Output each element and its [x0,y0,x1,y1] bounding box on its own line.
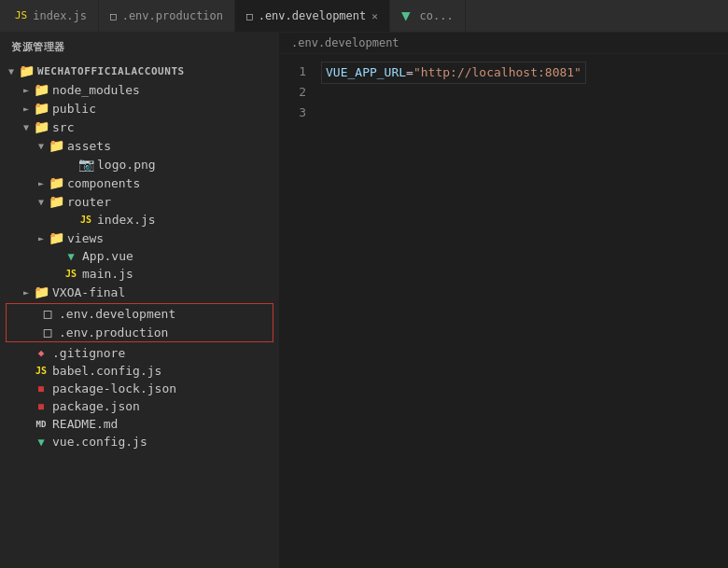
item-label: .env.production [59,326,168,339]
item-label: .env.development [59,307,175,321]
item-label: logo.png [97,158,156,172]
item-label: VXOA-final [52,285,125,299]
item-label: vue.config.js [52,435,147,449]
folder-src-icon: 📁 [34,119,49,134]
sidebar: 资源管理器 ▼ 📁 WECHATOFFICIALACCOUNTS ► 📁 nod… [0,33,280,568]
sidebar-item-pkg-lock[interactable]: ■ package-lock.json [0,380,279,397]
code-value: "http://localhost:8081" [413,65,581,79]
item-label: package-lock.json [52,381,176,395]
folder-views-icon: 📁 [49,230,63,245]
code-line-1: VUE_APP_URL="http://localhost:8081" [321,62,728,84]
gitignore-icon: ◆ [34,347,49,359]
code-area[interactable]: VUE_APP_URL="http://localhost:8081" [317,62,728,568]
tab-vue-co[interactable]: ▼ co... [390,0,466,32]
item-label: public [52,102,96,116]
code-line-3 [321,104,728,125]
editor-content: 1 2 3 VUE_APP_URL="http://localhost:8081… [280,54,728,568]
sidebar-item-vue-config[interactable]: ▼ vue.config.js [0,433,279,450]
sidebar-item-assets[interactable]: ▼ 📁 assets [0,136,279,155]
sidebar-item-router[interactable]: ▼ 📁 router [0,192,279,211]
line-number: 1 [280,62,306,82]
sidebar-item-vxoa[interactable]: ► 📁 VXOA-final [0,283,279,301]
expand-arrow: ▼ [34,197,49,207]
item-label: .gitignore [52,346,125,360]
tab-index-js[interactable]: JS index.js [4,0,99,32]
tab-label: index.js [33,9,87,22]
expand-arrow: ► [34,178,49,188]
babel-icon: JS [34,366,49,376]
expand-arrow: ► [19,287,34,298]
sidebar-item-src[interactable]: ▼ 📁 src [0,118,279,136]
sidebar-item-main-js[interactable]: JS main.js [0,265,279,283]
sidebar-item-node-modules[interactable]: ► 📁 node_modules [0,80,279,99]
folder-icon: 📁 [19,63,34,78]
code-content: VUE_APP_URL="http://localhost:8081" [321,62,586,84]
folder-assets-icon: 📁 [49,138,63,153]
close-tab-button[interactable]: ✕ [371,10,378,22]
tab-label: co... [420,9,454,22]
expand-arrow: ▼ [19,122,34,132]
folder-npm-icon: 📁 [34,82,49,97]
sidebar-item-pkg[interactable]: ■ package.json [0,397,279,415]
env-files-group: □ .env.development □ .env.production [6,303,273,342]
sidebar-item-router-index[interactable]: JS index.js [0,211,279,229]
tab-env-production[interactable]: □ .env.production [99,0,235,32]
sidebar-item-babel[interactable]: JS babel.config.js [0,362,279,380]
sidebar-item-app-vue[interactable]: ▼ App.vue [0,247,279,265]
vue-config-icon: ▼ [34,436,49,449]
item-label: index.js [97,213,156,227]
folder-public-icon: 📁 [34,101,49,116]
sidebar-item-env-production[interactable]: □ .env.production [7,323,273,341]
item-label: router [67,195,111,209]
editor-breadcrumb: .env.development [280,33,728,54]
tab-env-development[interactable]: □ .env.development ✕ [235,0,390,32]
item-label: App.vue [82,249,133,263]
tab-label: .env.production [122,9,223,22]
item-label: main.js [82,267,133,281]
js-file-icon: JS [63,269,78,279]
item-label: components [67,176,140,190]
item-label: src [52,120,74,134]
item-label: node_modules [52,83,140,97]
sidebar-item-project[interactable]: ▼ 📁 WECHATOFFICIALACCOUNTS [0,62,279,80]
item-label: babel.config.js [52,364,161,378]
env-prod-icon: □ [40,325,55,339]
folder-components-icon: 📁 [49,175,63,190]
expand-arrow: ► [19,104,34,114]
env-dev-file-icon: □ [246,10,253,22]
main-area: 资源管理器 ▼ 📁 WECHATOFFICIALACCOUNTS ► 📁 nod… [0,33,728,568]
sidebar-item-public[interactable]: ► 📁 public [0,99,279,118]
item-label: package.json [52,399,140,413]
expand-arrow: ▼ [34,141,49,151]
sidebar-item-components[interactable]: ► 📁 components [0,173,279,192]
sidebar-header: 资源管理器 [0,33,279,62]
sidebar-item-readme[interactable]: MD README.md [0,415,279,433]
editor-panel: .env.development 1 2 3 VUE_APP_URL="http… [280,33,728,568]
env-dev-icon: □ [40,306,55,321]
expand-arrow: ► [34,233,49,243]
sidebar-item-logo-png[interactable]: 📷 logo.png [0,155,279,173]
expand-arrow: ▼ [4,66,19,76]
item-label: README.md [52,417,118,431]
project-label: WECHATOFFICIALACCOUNTS [37,65,185,77]
sidebar-item-gitignore[interactable]: ◆ .gitignore [0,344,279,362]
readme-icon: MD [34,420,49,429]
folder-vxoa-icon: 📁 [34,284,49,299]
line-number: 3 [280,103,306,123]
pkg-lock-icon: ■ [34,383,49,394]
code-line-2 [321,84,728,104]
sidebar-item-env-development[interactable]: □ .env.development [7,304,273,323]
code-eq: = [406,65,413,79]
js-icon: JS [15,9,27,21]
item-label: views [67,231,104,245]
sidebar-item-views[interactable]: ► 📁 views [0,229,279,247]
item-label: assets [67,139,111,153]
vue-icon: ▼ [401,7,411,24]
tab-label: .env.development [259,9,367,22]
js-file-icon: JS [78,215,93,225]
expand-arrow: ► [19,85,34,95]
vue-file-icon: ▼ [63,250,78,263]
env-prod-file-icon: □ [110,10,117,22]
folder-router-icon: 📁 [49,194,63,209]
line-number: 2 [280,82,306,103]
